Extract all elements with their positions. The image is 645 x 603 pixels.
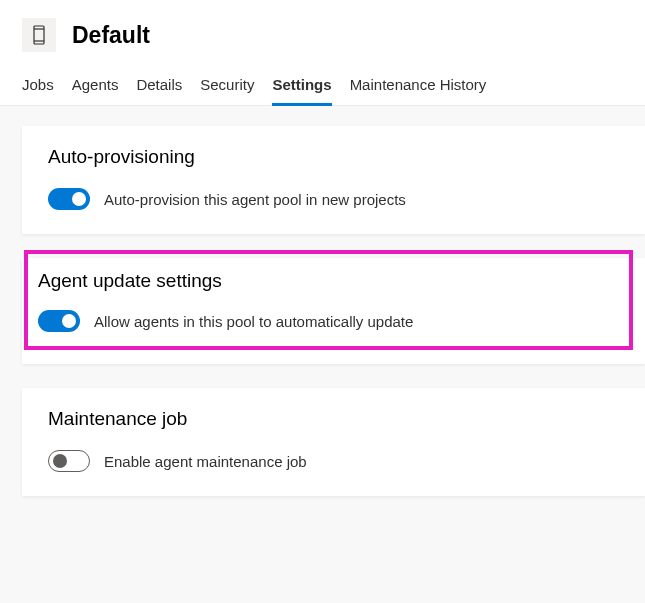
settings-content: Auto-provisioning Auto-provision this ag… xyxy=(0,106,645,496)
auto-provisioning-title: Auto-provisioning xyxy=(48,146,619,168)
toggle-knob xyxy=(62,314,76,328)
toggle-knob xyxy=(53,454,67,468)
agent-update-toggle-label: Allow agents in this pool to automatical… xyxy=(94,313,413,330)
tab-bar: Jobs Agents Details Security Settings Ma… xyxy=(0,62,645,106)
maintenance-job-card: Maintenance job Enable agent maintenance… xyxy=(22,388,645,496)
maintenance-job-toggle-label: Enable agent maintenance job xyxy=(104,453,307,470)
maintenance-job-title: Maintenance job xyxy=(48,408,619,430)
agent-update-card: Agent update settings Allow agents in th… xyxy=(22,258,645,364)
tab-jobs[interactable]: Jobs xyxy=(22,70,54,106)
agent-pool-icon xyxy=(22,18,56,52)
tab-maintenance-history[interactable]: Maintenance History xyxy=(350,70,487,106)
auto-provisioning-card: Auto-provisioning Auto-provision this ag… xyxy=(22,126,645,234)
agent-update-toggle[interactable] xyxy=(38,310,80,332)
page-header: Default xyxy=(0,0,645,62)
highlight-box: Agent update settings Allow agents in th… xyxy=(24,250,633,350)
agent-update-toggle-row: Allow agents in this pool to automatical… xyxy=(38,310,619,332)
tab-agents[interactable]: Agents xyxy=(72,70,119,106)
auto-provisioning-toggle-label: Auto-provision this agent pool in new pr… xyxy=(104,191,406,208)
toggle-knob xyxy=(72,192,86,206)
tab-details[interactable]: Details xyxy=(136,70,182,106)
tab-settings[interactable]: Settings xyxy=(272,70,331,106)
maintenance-job-toggle[interactable] xyxy=(48,450,90,472)
maintenance-job-toggle-row: Enable agent maintenance job xyxy=(48,450,619,472)
page-title: Default xyxy=(72,22,150,49)
agent-update-title: Agent update settings xyxy=(38,270,619,292)
tab-security[interactable]: Security xyxy=(200,70,254,106)
auto-provisioning-toggle-row: Auto-provision this agent pool in new pr… xyxy=(48,188,619,210)
auto-provisioning-toggle[interactable] xyxy=(48,188,90,210)
